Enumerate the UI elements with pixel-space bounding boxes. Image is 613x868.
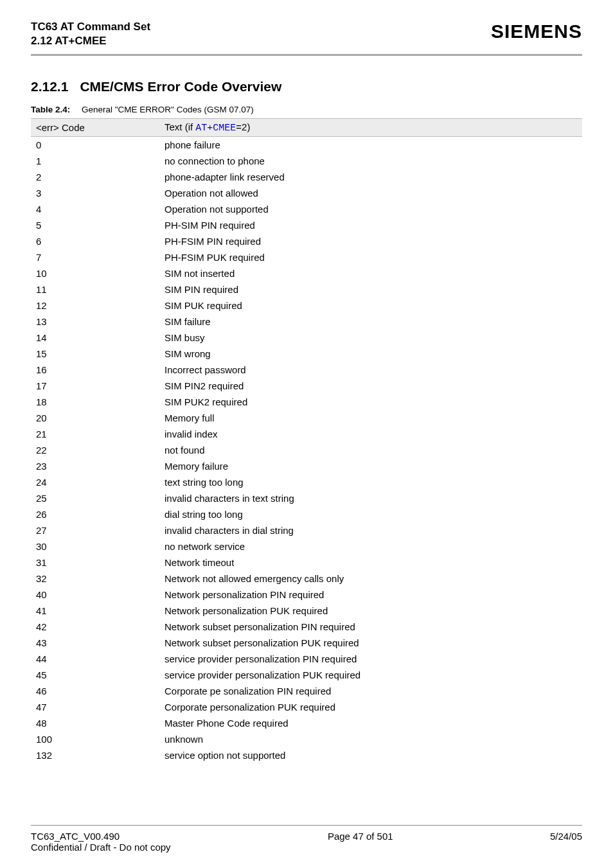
error-code-cell: 15 xyxy=(31,346,159,362)
table-row: 42Network subset personalization PIN req… xyxy=(31,619,582,635)
error-code-cell: 47 xyxy=(31,699,159,715)
error-text-cell: invalid characters in text string xyxy=(159,490,582,506)
error-text-cell: text string too long xyxy=(159,474,582,490)
error-code-cell: 4 xyxy=(31,201,159,217)
error-code-cell: 2 xyxy=(31,169,159,185)
error-code-cell: 21 xyxy=(31,426,159,442)
error-code-cell: 27 xyxy=(31,522,159,538)
table-row: 3Operation not allowed xyxy=(31,185,582,201)
error-code-cell: 25 xyxy=(31,490,159,506)
table-row: 7PH-FSIM PUK required xyxy=(31,249,582,265)
error-code-cell: 0 xyxy=(31,137,159,154)
error-text-cell: PH-FSIM PIN required xyxy=(159,233,582,249)
table-row: 47Corporate personalization PUK required xyxy=(31,699,582,715)
section-title: CME/CMS Error Code Overview xyxy=(80,79,281,94)
table-row: 40Network personalization PIN required xyxy=(31,587,582,603)
error-text-cell: Operation not supported xyxy=(159,201,582,217)
error-text-cell: SIM failure xyxy=(159,314,582,330)
error-text-cell: Network personalization PIN required xyxy=(159,587,582,603)
brand-logo: SIEMENS xyxy=(491,21,582,42)
table-header-code: <err> Code xyxy=(31,119,159,137)
error-code-cell: 100 xyxy=(31,731,159,747)
table-caption: Table 2.4: General "CME ERROR" Codes (GS… xyxy=(31,105,582,114)
table-row: 17SIM PIN2 required xyxy=(31,378,582,394)
error-code-cell: 46 xyxy=(31,683,159,699)
error-code-cell: 22 xyxy=(31,442,159,458)
error-code-cell: 24 xyxy=(31,474,159,490)
error-text-cell: SIM PUK required xyxy=(159,297,582,314)
table-row: 43Network subset personalization PUK req… xyxy=(31,635,582,651)
table-row: 48Master Phone Code required xyxy=(31,715,582,731)
error-text-cell: Network personalization PUK required xyxy=(159,603,582,619)
table-row: 32Network not allowed emergency calls on… xyxy=(31,571,582,587)
error-code-cell: 5 xyxy=(31,217,159,233)
error-text-cell: SIM wrong xyxy=(159,346,582,362)
error-code-cell: 12 xyxy=(31,297,159,314)
footer-confidential: Confidential / Draft - Do not copy xyxy=(31,842,171,853)
error-code-cell: 10 xyxy=(31,265,159,281)
error-code-cell: 31 xyxy=(31,554,159,571)
page-header: TC63 AT Command Set 2.12 AT+CMEE SIEMENS xyxy=(31,21,582,48)
table-caption-text: General "CME ERROR" Codes (GSM 07.07) xyxy=(82,105,254,114)
subtitle-prefix: 2.12 xyxy=(31,35,55,47)
table-header-row: <err> Code Text (if AT+CMEE=2) xyxy=(31,119,582,137)
section-number: 2.12.1 xyxy=(31,79,68,94)
header-command-link[interactable]: AT+CMEE xyxy=(195,123,236,134)
table-row: 132service option not supported xyxy=(31,747,582,763)
footer-doc-id: TC63_ATC_V00.490 xyxy=(31,831,120,842)
table-row: 0phone failure xyxy=(31,137,582,154)
error-text-cell: SIM PIN required xyxy=(159,281,582,297)
error-text-cell: Network not allowed emergency calls only xyxy=(159,571,582,587)
page-footer: TC63_ATC_V00.490 Confidential / Draft - … xyxy=(31,831,582,853)
error-text-cell: phone failure xyxy=(159,137,582,154)
footer-page: Page 47 of 501 xyxy=(328,831,393,853)
error-code-cell: 1 xyxy=(31,153,159,169)
table-row: 22not found xyxy=(31,442,582,458)
table-row: 20Memory full xyxy=(31,410,582,426)
table-row: 25invalid characters in text string xyxy=(31,490,582,506)
error-text-cell: unknown xyxy=(159,731,582,747)
error-code-cell: 7 xyxy=(31,249,159,265)
table-row: 15SIM wrong xyxy=(31,346,582,362)
error-text-cell: dial string too long xyxy=(159,506,582,522)
error-code-cell: 32 xyxy=(31,571,159,587)
error-text-cell: Memory full xyxy=(159,410,582,426)
error-text-cell: Network subset personalization PIN requi… xyxy=(159,619,582,635)
table-row: 30no network service xyxy=(31,538,582,554)
error-code-table: <err> Code Text (if AT+CMEE=2) 0phone fa… xyxy=(31,118,582,763)
error-text-cell: invalid characters in dial string xyxy=(159,522,582,538)
error-code-cell: 43 xyxy=(31,635,159,651)
doc-title: TC63 AT Command Set xyxy=(31,21,150,33)
error-code-cell: 26 xyxy=(31,506,159,522)
error-text-cell: SIM busy xyxy=(159,330,582,346)
error-text-cell: PH-SIM PIN required xyxy=(159,217,582,233)
error-code-cell: 17 xyxy=(31,378,159,394)
subtitle-command-link[interactable]: AT+CMEE xyxy=(55,35,106,47)
table-row: 6PH-FSIM PIN required xyxy=(31,233,582,249)
table-row: 23Memory failure xyxy=(31,458,582,474)
doc-subtitle: 2.12 AT+CMEE xyxy=(31,35,150,48)
error-text-cell: Network subset personalization PUK requi… xyxy=(159,635,582,651)
error-text-cell: PH-FSIM PUK required xyxy=(159,249,582,265)
table-row: 46Corporate pe sonalization PIN required xyxy=(31,683,582,699)
error-code-cell: 30 xyxy=(31,538,159,554)
table-row: 5PH-SIM PIN required xyxy=(31,217,582,233)
table-row: 18SIM PUK2 required xyxy=(31,394,582,410)
table-row: 16Incorrect password xyxy=(31,362,582,378)
error-text-cell: Corporate personalization PUK required xyxy=(159,699,582,715)
table-row: 100unknown xyxy=(31,731,582,747)
error-code-cell: 45 xyxy=(31,667,159,683)
footer-date: 5/24/05 xyxy=(550,831,582,853)
table-row: 27invalid characters in dial string xyxy=(31,522,582,538)
table-row: 12SIM PUK required xyxy=(31,297,582,314)
error-text-cell: service provider personalization PUK req… xyxy=(159,667,582,683)
error-code-cell: 41 xyxy=(31,603,159,619)
table-row: 44service provider personalization PIN r… xyxy=(31,651,582,667)
table-row: 26dial string too long xyxy=(31,506,582,522)
error-code-cell: 20 xyxy=(31,410,159,426)
error-text-cell: not found xyxy=(159,442,582,458)
error-code-cell: 14 xyxy=(31,330,159,346)
error-text-cell: no connection to phone xyxy=(159,153,582,169)
table-row: 4Operation not supported xyxy=(31,201,582,217)
error-text-cell: service provider personalization PIN req… xyxy=(159,651,582,667)
